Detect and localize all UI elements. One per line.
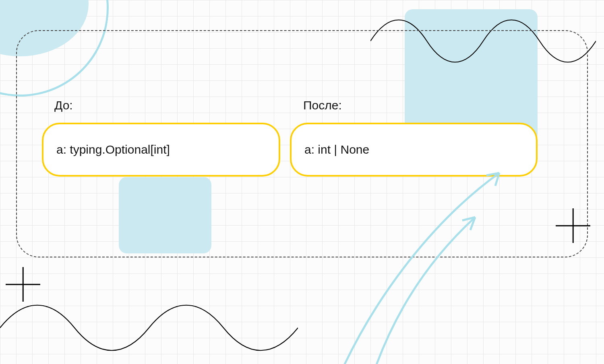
decor-arrow-small	[362, 201, 483, 364]
plus-icon	[556, 208, 590, 243]
code-before-text: a: typing.Optional[int]	[56, 143, 170, 156]
decor-wave-bottom-left	[0, 298, 298, 358]
plus-icon	[6, 267, 40, 302]
label-before: До:	[54, 99, 73, 112]
label-after: После:	[303, 99, 342, 112]
code-box-before: a: typing.Optional[int]	[42, 123, 280, 177]
